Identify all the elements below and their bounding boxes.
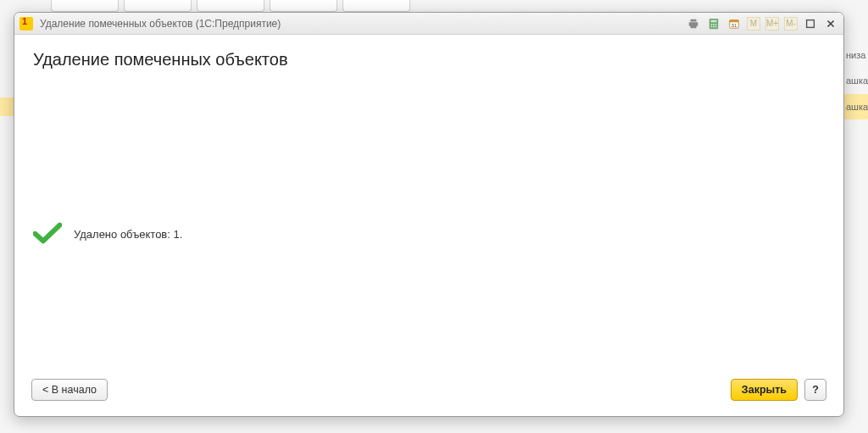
svg-rect-2 (711, 24, 713, 25)
result-row: Удалено объектов: 1. (33, 221, 182, 247)
memory-m-button[interactable]: M (747, 17, 760, 31)
help-button[interactable]: ? (804, 379, 826, 401)
background-tab (124, 0, 192, 12)
svg-rect-11 (807, 19, 815, 27)
background-highlight-strip (0, 97, 14, 116)
print-icon[interactable] (686, 17, 701, 31)
svg-rect-5 (711, 25, 713, 27)
memory-mplus-button[interactable]: M+ (765, 17, 779, 31)
background-tab (342, 0, 410, 12)
app-logo-1c-icon (19, 17, 33, 31)
maximize-icon[interactable] (803, 17, 818, 31)
checkmark-icon (33, 221, 62, 247)
close-icon[interactable] (823, 17, 838, 31)
dialog-titlebar: Удаление помеченных объектов (1С:Предпри… (14, 13, 843, 35)
svg-rect-6 (713, 25, 715, 27)
close-button[interactable]: Закрыть (731, 379, 798, 401)
svg-text:31: 31 (732, 22, 737, 28)
background-tab (51, 0, 119, 12)
background-tab (270, 0, 337, 12)
calculator-icon[interactable] (706, 17, 721, 31)
svg-rect-7 (715, 25, 717, 27)
svg-rect-1 (711, 19, 717, 22)
titlebar-controls: 31 M M+ M- (686, 17, 838, 31)
delete-marked-objects-dialog: Удаление помеченных объектов (1С:Предпри… (14, 12, 844, 417)
back-to-start-button[interactable]: < В начало (31, 379, 108, 401)
result-text: Удалено объектов: 1. (74, 228, 182, 241)
background-right-row: ашка (843, 68, 868, 93)
background-tab (197, 0, 264, 12)
page-heading: Удаление помеченных объектов (33, 50, 825, 69)
dialog-title: Удаление помеченных объектов (1С:Предпри… (40, 18, 686, 30)
svg-rect-3 (713, 24, 715, 25)
calendar-icon[interactable]: 31 (726, 17, 742, 31)
background-right-panel: низа ашка ашка (843, 42, 868, 119)
background-right-row: низа (843, 42, 868, 68)
background-right-row: ашка (843, 94, 868, 119)
dialog-footer: < В начало Закрыть ? (14, 375, 843, 416)
memory-mminus-button[interactable]: M- (784, 17, 798, 31)
dialog-content: Удаление помеченных объектов Удалено объ… (14, 35, 843, 375)
svg-rect-4 (715, 24, 717, 25)
